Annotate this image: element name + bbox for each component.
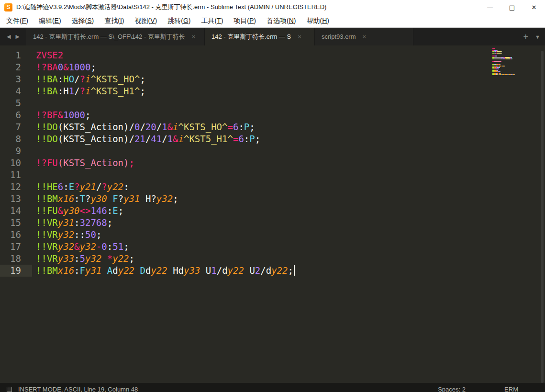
line-number: 19 [0, 265, 32, 277]
code-line-16[interactable]: 16!!VRy32::50; [0, 229, 295, 241]
code-line-17[interactable]: 17!!VRy32&y32-0:51; [0, 241, 295, 253]
editor-pane[interactable]: 1ZVSE22!?BA0&1000;3!!BA:HO/?i^KSTS_HO^;4… [0, 45, 545, 383]
tab-2-active[interactable]: 142 - 克里斯丁特长.erm — S× [205, 28, 315, 45]
code-text: !?BF&1000; [32, 109, 90, 121]
code-text [32, 169, 36, 181]
tab-overflow-icon[interactable]: ▼ [535, 34, 540, 40]
menu-item-v[interactable]: 视图(V) [130, 14, 163, 27]
tab-3[interactable]: script93.erm× [315, 28, 413, 45]
code-line-4[interactable]: 4!!BA:H1/?i^KSTS_H1^; [0, 85, 295, 97]
code-text: !!VRy32::50; [32, 229, 101, 241]
code-line-2[interactable]: 2!?BA0&1000; [0, 61, 295, 73]
code-line-13[interactable]: 13!!BMx16:T?y30 F?y31 H?y32; [0, 193, 295, 205]
tab-close-icon[interactable]: × [363, 33, 367, 40]
code-line-19[interactable]: 19!!BMx16:Fy31 Ady22 Ddy22 Hdy33 U1/dy22… [0, 265, 295, 277]
close-button[interactable]: ✕ [523, 0, 545, 14]
tab-bar: ◀ ▶ 142 - 克里斯丁特长.erm — S\_OFF\142 - 克里斯丁… [0, 28, 545, 45]
tab-1[interactable]: 142 - 克里斯丁特长.erm — S\_OFF\142 - 克里斯丁特长× [26, 28, 205, 45]
line-number: 10 [0, 157, 32, 169]
tab-close-icon[interactable]: × [298, 33, 301, 40]
indentation-setting[interactable]: Spaces: 2 [438, 386, 466, 392]
menu-item-s[interactable]: 选择(S) [67, 14, 100, 27]
minimap-line [492, 54, 522, 55]
code-text: !!BMx16:Fy31 Ady22 Ddy22 Hdy33 U1/dy22 U… [32, 265, 295, 277]
next-tab-icon[interactable]: ▶ [16, 34, 20, 40]
minimap-line [492, 68, 522, 69]
window-title: D:\追随神迹V3.9.2\Mods\脚本激活器\Data\S\142 - 克里… [16, 3, 326, 11]
tab-title: 142 - 克里斯丁特长.erm — S [211, 33, 291, 41]
line-number: 8 [0, 133, 32, 145]
code-text: !!BA:HO/?i^KSTS_HO^; [32, 73, 145, 85]
code-line-10[interactable]: 10!?FU(KSTS_Action); [0, 157, 295, 169]
code-line-15[interactable]: 15!!VRy31:32768; [0, 217, 295, 229]
line-number: 5 [0, 97, 32, 109]
line-number: 11 [0, 169, 32, 181]
minimize-button[interactable]: — [479, 0, 501, 14]
minimap-line [492, 63, 522, 64]
code-text [32, 145, 36, 157]
vintage-mode-icon[interactable] [7, 387, 12, 392]
minimap[interactable] [492, 48, 522, 76]
minimap-line [492, 53, 522, 54]
syntax-setting[interactable]: ERM [504, 386, 518, 392]
code-line-12[interactable]: 12!!HE6:E?y21/?y22: [0, 181, 295, 193]
code-line-11[interactable]: 11 [0, 169, 295, 181]
tab-close-icon[interactable]: × [192, 33, 196, 40]
menu-item-n[interactable]: 首选项(N) [261, 14, 301, 27]
tab-title: 142 - 克里斯丁特长.erm — S\_OFF\142 - 克里斯丁特长 [33, 33, 185, 41]
code-line-1[interactable]: 1ZVSE2 [0, 49, 295, 61]
minimap-line [492, 73, 522, 74]
text-cursor [294, 265, 295, 276]
code-line-7[interactable]: 7!!DO(KSTS_Action)/0/20/1&i^KSTS_HO^=6:P… [0, 121, 295, 133]
code-text: ZVSE2 [32, 49, 63, 61]
vertical-scrollbar[interactable] [541, 51, 544, 383]
menu-item-e[interactable]: 编辑(E) [33, 14, 67, 27]
menu-item-h[interactable]: 帮助(H) [301, 14, 334, 27]
minimap-line [492, 56, 522, 56]
menu-item-f[interactable]: 文件(F) [1, 14, 33, 27]
line-number: 7 [0, 121, 32, 133]
new-tab-icon[interactable]: + [523, 33, 529, 41]
minimap-line [492, 61, 522, 62]
menu-item-p[interactable]: 项目(P) [228, 14, 261, 27]
window-controls: — □ ✕ [479, 0, 545, 14]
line-number: 9 [0, 145, 32, 157]
line-number: 12 [0, 181, 32, 193]
code-line-6[interactable]: 6!?BF&1000; [0, 109, 295, 121]
code-line-8[interactable]: 8!!DO(KSTS_Action)/21/41/1&i^KST5_H1^=6:… [0, 133, 295, 145]
code-text: !!VRy32&y32-0:51; [32, 241, 129, 253]
minimap-line [492, 66, 522, 67]
code-text: !!FU&y30<>146:E; [32, 205, 123, 217]
code-line-18[interactable]: 18!!VRy33:5y32 *y22; [0, 253, 295, 265]
minimap-line [492, 57, 522, 58]
line-number: 6 [0, 109, 32, 121]
code-line-5[interactable]: 5 [0, 97, 295, 109]
prev-tab-icon[interactable]: ◀ [7, 34, 11, 40]
code-line-14[interactable]: 14!!FU&y30<>146:E; [0, 205, 295, 217]
minimap-line [492, 74, 522, 75]
status-left: INSERT MODE, ASCII, Line 19, Column 48 [7, 386, 138, 392]
maximize-button[interactable]: □ [501, 0, 523, 14]
code-text: !!DO(KSTS_Action)/21/41/1&i^KST5_H1^=6:P… [32, 133, 260, 145]
code-text: !!BMx16:T?y30 F?y31 H?y32; [32, 193, 178, 205]
sublime-logo-icon: S [4, 3, 12, 11]
code-text: !?BA0&1000; [32, 61, 96, 73]
code-text: !!VRy31:32768; [32, 217, 112, 229]
menu-item-i[interactable]: 查找(I) [99, 14, 129, 27]
tab-title: script93.erm [322, 33, 356, 40]
code-text: !!DO(KSTS_Action)/0/20/1&i^KSTS_HO^=6:P; [32, 121, 255, 133]
line-number: 2 [0, 61, 32, 73]
minimap-line [492, 51, 522, 52]
code-line-3[interactable]: 3!!BA:HO/?i^KSTS_HO^; [0, 73, 295, 85]
code-line-9[interactable]: 9 [0, 145, 295, 157]
code-text: !!VRy33:5y32 *y22; [32, 253, 134, 265]
minimap-line [492, 64, 522, 65]
line-number: 18 [0, 253, 32, 265]
line-number: 17 [0, 241, 32, 253]
menu-item-g[interactable]: 跳转(G) [162, 14, 196, 27]
minimap-line [492, 48, 522, 49]
tabbar-right-controls: + ▼ [523, 28, 543, 45]
menu-item-t[interactable]: 工具(T) [196, 14, 228, 27]
line-number: 13 [0, 193, 32, 205]
line-number: 4 [0, 85, 32, 97]
